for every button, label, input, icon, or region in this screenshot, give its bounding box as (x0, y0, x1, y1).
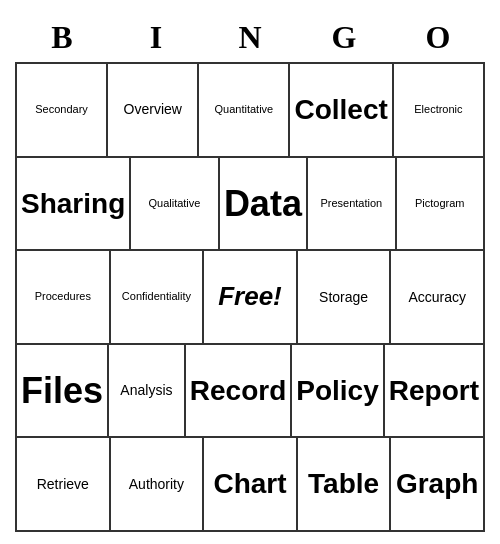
bingo-cell-1-3: Presentation (308, 158, 396, 252)
bingo-cell-3-1: Analysis (109, 345, 186, 439)
cell-text-2-1: Confidentiality (122, 290, 191, 303)
cell-text-1-0: Sharing (21, 187, 125, 221)
bingo-cell-0-4: Electronic (394, 64, 485, 158)
cell-text-0-0: Secondary (35, 103, 88, 116)
bingo-cell-2-4: Accuracy (391, 251, 485, 345)
cell-text-1-3: Presentation (320, 197, 382, 210)
cell-text-0-2: Quantitative (215, 103, 274, 116)
bingo-cell-3-4: Report (385, 345, 485, 439)
header-letter-o: O (391, 12, 485, 62)
bingo-cell-2-1: Confidentiality (111, 251, 205, 345)
bingo-cell-0-3: Collect (290, 64, 393, 158)
cell-text-0-3: Collect (294, 93, 387, 127)
bingo-cell-3-2: Record (186, 345, 292, 439)
bingo-row-1: SharingQualitativeDataPresentationPictog… (17, 158, 485, 252)
bingo-cell-2-3: Storage (298, 251, 392, 345)
cell-text-3-0: Files (21, 369, 103, 412)
bingo-cell-3-3: Policy (292, 345, 384, 439)
cell-text-1-2: Data (224, 182, 302, 225)
bingo-cell-1-4: Pictogram (397, 158, 485, 252)
bingo-cell-3-0: Files (17, 345, 109, 439)
bingo-cell-4-4: Graph (391, 438, 485, 532)
cell-text-1-1: Qualitative (148, 197, 200, 210)
cell-text-3-3: Policy (296, 374, 378, 408)
bingo-cell-4-3: Table (298, 438, 392, 532)
header-letter-b: B (15, 12, 109, 62)
cell-text-4-1: Authority (129, 476, 184, 493)
bingo-cell-0-2: Quantitative (199, 64, 290, 158)
bingo-cell-1-0: Sharing (17, 158, 131, 252)
bingo-row-3: FilesAnalysisRecordPolicyReport (17, 345, 485, 439)
cell-text-2-2: Free! (218, 281, 282, 312)
bingo-grid: SecondaryOverviewQuantitativeCollectElec… (15, 62, 485, 532)
cell-text-1-4: Pictogram (415, 197, 465, 210)
cell-text-2-0: Procedures (35, 290, 91, 303)
header-letter-n: N (203, 12, 297, 62)
cell-text-4-3: Table (308, 467, 379, 501)
bingo-cell-2-0: Procedures (17, 251, 111, 345)
cell-text-4-2: Chart (213, 467, 286, 501)
cell-text-2-3: Storage (319, 289, 368, 306)
bingo-cell-0-1: Overview (108, 64, 199, 158)
bingo-cell-4-2: Chart (204, 438, 298, 532)
cell-text-0-1: Overview (124, 101, 182, 118)
cell-text-0-4: Electronic (414, 103, 462, 116)
bingo-cell-4-0: Retrieve (17, 438, 111, 532)
cell-text-3-1: Analysis (120, 382, 172, 399)
cell-text-3-4: Report (389, 374, 479, 408)
bingo-cell-1-1: Qualitative (131, 158, 219, 252)
bingo-header: BINGO (15, 12, 485, 62)
cell-text-2-4: Accuracy (408, 289, 466, 306)
cell-text-4-4: Graph (396, 467, 478, 501)
bingo-row-0: SecondaryOverviewQuantitativeCollectElec… (17, 64, 485, 158)
bingo-cell-0-0: Secondary (17, 64, 108, 158)
bingo-card: BINGO SecondaryOverviewQuantitativeColle… (15, 12, 485, 532)
bingo-row-2: ProceduresConfidentialityFree!StorageAcc… (17, 251, 485, 345)
bingo-cell-2-2: Free! (204, 251, 298, 345)
cell-text-4-0: Retrieve (37, 476, 89, 493)
bingo-row-4: RetrieveAuthorityChartTableGraph (17, 438, 485, 532)
bingo-cell-1-2: Data (220, 158, 308, 252)
cell-text-3-2: Record (190, 374, 286, 408)
header-letter-g: G (297, 12, 391, 62)
bingo-cell-4-1: Authority (111, 438, 205, 532)
header-letter-i: I (109, 12, 203, 62)
